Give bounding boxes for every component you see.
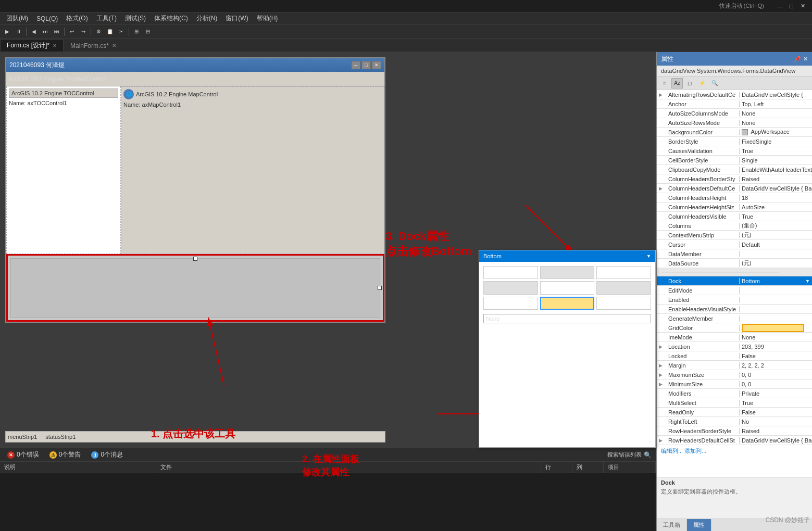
props-tab-toolbox[interactable]: 工具箱 [657,519,687,531]
dock-option-bottom[interactable] [540,297,595,310]
toolbar-btn-3[interactable]: ◀ [29,27,39,37]
props-tab-properties[interactable]: 属性 [687,519,711,531]
dock-option-right[interactable] [596,281,651,294]
prop-row-locked[interactable]: Locked False [657,351,812,361]
props-btn-events[interactable]: ⚡ [696,78,708,88]
prop-row-autosizerows[interactable]: AutoSizeRowsMode None [657,118,812,128]
menu-analysis[interactable]: 分析(N) [192,13,222,24]
menu-tools[interactable]: 工具(T) [92,13,121,24]
prop-row-readonly[interactable]: ReadOnly False [657,408,812,417]
props-btn-alphabetical[interactable]: Az [671,78,683,88]
dock-option-left[interactable] [483,281,538,294]
dock-option-topright[interactable] [596,266,651,279]
form-datagrid-area[interactable] [6,254,384,322]
toolbar-btn-4[interactable]: ⏭ [40,27,51,37]
prop-row-righttoleft[interactable]: RightToLeft No [657,417,812,426]
dock-option-topleft[interactable] [483,266,538,279]
minimize-button[interactable]: — [774,2,785,11]
tab-form-design-close[interactable]: ✕ [53,43,57,48]
dock-dropdown-arrow[interactable]: ▼ [805,279,810,284]
prop-row-columns[interactable]: Columns (集合) [657,221,812,231]
dock-option-fill[interactable] [540,281,595,294]
prop-row-colheadervisible[interactable]: ColumnHeadersVisible True [657,212,812,221]
prop-row-maxsize[interactable]: ▶ MaximumSize 0, 0 [657,370,812,380]
warning-count-item[interactable]: ⚠ 0个警告 [46,449,84,460]
tab-mainform-close[interactable]: ✕ [112,43,116,48]
toolbar-btn-7[interactable]: ↪ [78,27,89,37]
toolbar-btn-10[interactable]: ✂ [116,27,127,37]
form-minimize-btn[interactable]: ─ [351,61,360,69]
prop-row-rowheaderdefault[interactable]: ▶ RowHeadersDefaultCellSt DataGridViewCe… [657,436,812,445]
toolbar-btn-11[interactable]: ⊞ [131,27,142,37]
menu-bar: 团队(M) SQL(Q) 格式(O) 工具(T) 测试(S) 体系结构(C) 分… [0,12,812,25]
prop-row-editmode[interactable]: EditMode [657,286,812,295]
props-close-button[interactable]: ✕ [803,56,808,62]
prop-row-cellborderstyle[interactable]: CellBorderStyle Single [657,156,812,165]
menu-sysconfig[interactable]: 体系结构(C) [150,13,192,24]
prop-row-enableheaders[interactable]: EnableHeadersVisualStyle [657,305,812,314]
toolbar-btn-8[interactable]: ⚙ [93,27,104,37]
dock-option-bottomright[interactable] [596,297,651,310]
prop-row-cursor[interactable]: Cursor Default [657,240,812,249]
toolbar-btn-5[interactable]: ⏮ [52,27,62,37]
tab-mainform[interactable]: MainForm.cs* ✕ [64,39,123,52]
prop-row-datamember[interactable]: DataMember [657,249,812,259]
form-panels: ArcGIS 10.2 Engine TOCControl Name: axTO… [6,86,384,254]
prop-row-rowheaderborder[interactable]: RowHeadersBorderStyle Raised [657,426,812,436]
props-pin-button[interactable]: 📌 [794,56,801,62]
props-btn-categories[interactable]: ≡ [659,78,670,88]
datagrid-resize-handle-top[interactable] [193,257,197,261]
prop-row-borderstyle[interactable]: BorderStyle FixedSingle [657,137,812,146]
dock-option-top[interactable] [540,266,595,279]
search-error-button[interactable]: 🔍 [644,451,652,459]
error-count-item[interactable]: ✕ 0个错误 [4,449,42,460]
prop-row-colheaderdefault[interactable]: ▶ ColumnHeadersDefaultCe DataGridViewCel… [657,184,812,193]
menu-test[interactable]: 测试(S) [121,13,150,24]
prop-row-anchor[interactable]: Anchor Top, Left [657,99,812,109]
prop-row-gridcolor[interactable]: GridColor [657,323,812,333]
toolbar-btn-6[interactable]: ↩ [67,27,77,37]
prop-row-generatemember[interactable]: GenerateMember [657,314,812,323]
form-maximize-btn[interactable]: □ [361,61,371,69]
menu-format[interactable]: 格式(O) [62,13,92,24]
prop-row-dock[interactable]: Dock Bottom ▼ [657,276,812,286]
prop-row-bgcolor[interactable]: BackgroundColor AppWorkspace [657,128,812,137]
prop-row-alternating[interactable]: ▶ AlternatingRowsDefaultCe DataGridViewC… [657,90,812,99]
toolbar-btn-12[interactable]: ⊟ [143,27,153,37]
menu-help[interactable]: 帮助(H) [253,13,282,24]
props-btn-search[interactable]: 🔍 [709,78,720,88]
menu-team[interactable]: 团队(M) [2,13,32,24]
toolbar-btn-1[interactable]: ▶ [2,27,13,37]
prop-row-colheaderheightsize[interactable]: ColumnHeadersHeightSiz AutoSize [657,203,812,212]
prop-row-separator: ──────────────────────────────── [657,268,812,276]
dock-option-bottomleft[interactable] [483,297,538,310]
gridcolor-input[interactable] [742,324,804,332]
props-btn-properties[interactable]: ◻ [684,78,695,88]
prop-row-colheaderborder[interactable]: ColumnHeadersBorderSty Raised [657,174,812,184]
close-button[interactable]: ✕ [797,2,808,11]
menu-sql[interactable]: SQL(Q) [32,14,62,23]
prop-row-minsize[interactable]: ▶ MinimumSize 0, 0 [657,380,812,389]
dock-option-none[interactable]: None [483,314,651,323]
props-footer-links[interactable]: 编辑列... 添加列... [657,445,812,457]
prop-row-colheaderheight[interactable]: ColumnHeadersHeight 18 [657,193,812,203]
prop-row-location[interactable]: ▶ Location 203, 399 [657,342,812,351]
message-count-item[interactable]: ℹ 0个消息 [88,449,126,460]
prop-row-clipboardcopy[interactable]: ClipboardCopyMode EnableWithAutoHeaderTe… [657,165,812,174]
datagrid-resize-handle-right[interactable] [378,286,382,290]
prop-row-imemode[interactable]: ImeMode None [657,333,812,342]
toolbar-btn-9[interactable]: 📋 [105,27,115,37]
maximize-button[interactable]: □ [786,2,796,11]
prop-row-causesvalidation[interactable]: CausesValidation True [657,146,812,156]
prop-row-modifiers[interactable]: Modifiers Private [657,389,812,398]
menu-window[interactable]: 窗口(W) [221,13,252,24]
toolbar-btn-2[interactable]: ⏸ [14,27,24,37]
prop-row-margin[interactable]: ▶ Margin 2, 2, 2, 2 [657,361,812,370]
prop-row-contextmenu[interactable]: ContextMenuStrip (元) [657,231,812,240]
prop-row-autosizecols[interactable]: AutoSizeColumnsMode None [657,109,812,118]
form-close-btn[interactable]: ✕ [372,61,381,69]
tab-form-design[interactable]: Form.cs [设计]* ✕ [0,39,64,52]
prop-row-datasource[interactable]: DataSource (元) [657,259,812,268]
prop-row-multiselect[interactable]: MultiSelect True [657,398,812,408]
prop-row-enabled[interactable]: Enabled [657,295,812,305]
